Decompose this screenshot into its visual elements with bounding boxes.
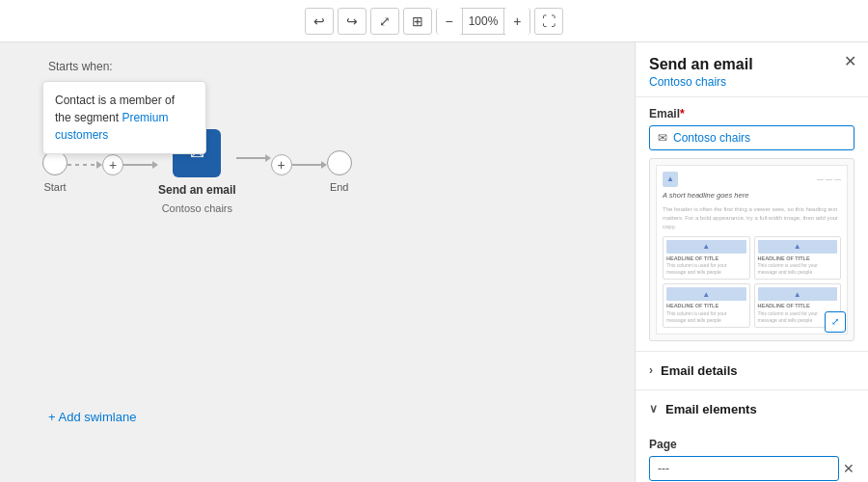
preview-logo-icon: ▲ (666, 174, 674, 184)
connector-line-4 (292, 164, 321, 166)
connector-line-1 (68, 164, 96, 166)
preview-card-icon-4: ▲ (794, 289, 801, 300)
preview-expand-button[interactable]: ⤢ (825, 311, 846, 333)
preview-card-body-2: This column is used for your message and… (758, 262, 838, 276)
email-details-label: Email details (661, 363, 737, 378)
preview-menu: — — — (817, 174, 841, 184)
add-step-button-1[interactable]: + (102, 154, 123, 175)
zoom-level: 100% (462, 9, 505, 34)
preview-card-body-3: This column is used for your message and… (666, 310, 746, 324)
preview-cards-row-1: ▲ HEADLINE OF TITLE This column is used … (663, 236, 841, 281)
connector-line-2 (123, 164, 152, 166)
fullscreen-button[interactable]: ⛶ (534, 8, 563, 35)
email-input-box[interactable]: ✉ Contoso chairs (649, 125, 854, 150)
preview-card-img-4: ▲ (758, 287, 838, 301)
trigger-tooltip: Contact is a member of the segment Premi… (42, 81, 206, 154)
email-details-header[interactable]: › Email details (636, 352, 868, 389)
email-preview: ▲ — — — A short headline goes here The h… (649, 158, 854, 341)
preview-card-img-3: ▲ (666, 287, 746, 301)
start-label: Start (43, 181, 66, 193)
page-field-label: Page (649, 438, 854, 451)
zoom-out-button[interactable]: − (437, 8, 462, 35)
starts-when-label: Starts when: (48, 60, 113, 73)
page-input[interactable] (649, 456, 839, 481)
email-details-accordion: › Email details (636, 352, 868, 390)
preview-card-img-2: ▲ (758, 240, 838, 254)
email-elements-chevron: ∨ (649, 402, 658, 415)
start-node[interactable]: Start (42, 150, 68, 193)
preview-header-row: ▲ — — — (663, 172, 841, 187)
email-field-section: Email* ✉ Contoso chairs ▲ — — — A short … (636, 97, 868, 352)
page-clear-button[interactable]: ✕ (843, 461, 854, 476)
preview-card-3: ▲ HEADLINE OF TITLE This column is used … (663, 283, 750, 328)
email-elements-accordion: ∨ Email elements Page ✕ + Add item (636, 390, 868, 482)
preview-card-icon-1: ▲ (702, 241, 710, 252)
email-node-label: Send an email (158, 183, 236, 197)
preview-card-title-2: HEADLINE OF TITLE (758, 255, 838, 263)
email-elements-content: Page ✕ + Add item (636, 428, 868, 482)
add-swimlane-button[interactable]: + Add swimlane (48, 410, 136, 424)
preview-card-icon-3: ▲ (702, 289, 710, 300)
email-elements-label: Email elements (665, 402, 757, 416)
right-panel: Send an email Contoso chairs ✕ Email* ✉ … (635, 42, 868, 482)
panel-header: Send an email Contoso chairs ✕ (636, 42, 868, 97)
page-input-row: ✕ (649, 456, 854, 481)
close-button[interactable]: ✕ (844, 54, 856, 69)
expand-button[interactable]: ⤢ (370, 8, 399, 35)
preview-logo: ▲ (663, 172, 678, 187)
preview-headline: A short headline goes here (663, 191, 841, 201)
email-icon: ✉ (658, 131, 667, 145)
email-field-label: Email* (649, 107, 854, 120)
arrow-3 (265, 154, 271, 162)
panel-title: Send an email (649, 56, 854, 73)
email-details-chevron: › (649, 363, 653, 377)
preview-inner: ▲ — — — A short headline goes here The h… (656, 165, 848, 335)
preview-card-2: ▲ HEADLINE OF TITLE This column is used … (754, 236, 842, 281)
end-node[interactable]: End (327, 150, 352, 193)
main-area: Starts when: Contact is a member of the … (0, 42, 868, 482)
preview-card-title-1: HEADLINE OF TITLE (666, 255, 746, 263)
preview-cards-row-2: ▲ HEADLINE OF TITLE This column is used … (663, 283, 841, 328)
zoom-control: − 100% + (436, 8, 531, 35)
undo-button[interactable]: ↩ (305, 8, 334, 35)
preview-card-1: ▲ HEADLINE OF TITLE This column is used … (663, 236, 750, 281)
preview-card-title-4: HEADLINE OF TITLE (758, 303, 838, 310)
zoom-in-button[interactable]: + (504, 8, 529, 35)
toolbar: ↩ ↪ ⤢ ⊞ − 100% + ⛶ (0, 0, 868, 42)
preview-card-img-1: ▲ (666, 240, 746, 254)
preview-card-icon-2: ▲ (794, 241, 801, 252)
end-circle (327, 150, 352, 175)
add-step-button-2[interactable]: + (271, 154, 292, 175)
preview-card-body-1: This column is used for your message and… (666, 262, 746, 276)
map-button[interactable]: ⊞ (403, 8, 432, 35)
connector-line-3 (236, 157, 265, 159)
email-input-value: Contoso chairs (673, 131, 750, 145)
preview-card-title-3: HEADLINE OF TITLE (666, 303, 746, 310)
preview-body: The header is often the first thing a vi… (663, 205, 841, 231)
redo-button[interactable]: ↪ (338, 8, 366, 35)
panel-subtitle[interactable]: Contoso chairs (649, 75, 854, 89)
email-elements-header[interactable]: ∨ Email elements (636, 390, 868, 428)
end-label: End (330, 181, 349, 193)
email-node-sublabel: Contoso chairs (162, 202, 232, 214)
canvas[interactable]: Starts when: Contact is a member of the … (0, 42, 635, 482)
